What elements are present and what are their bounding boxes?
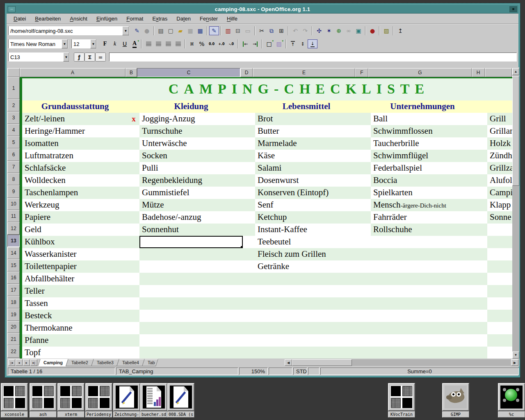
record-changes-button[interactable]: ●	[368, 26, 377, 35]
cell-C19[interactable]	[139, 310, 243, 322]
cell-D13[interactable]	[243, 236, 255, 248]
cell-F15[interactable]	[358, 260, 371, 273]
cell-G19[interactable]	[371, 310, 474, 322]
new-from-template-button[interactable]: ▤	[156, 26, 166, 35]
cell-A10[interactable]: Werkzeug	[22, 199, 128, 211]
cell-E22[interactable]	[255, 347, 358, 358]
cell-E6[interactable]: Käse	[255, 150, 358, 162]
cell-F21[interactable]	[358, 334, 371, 347]
cell-F18[interactable]	[358, 297, 371, 310]
cell-I3[interactable]: Grill	[487, 113, 512, 125]
borders-button[interactable]: □▾	[264, 39, 274, 48]
cell-I21[interactable]	[487, 334, 512, 347]
cell-I17[interactable]	[487, 285, 512, 297]
cell-C14[interactable]	[139, 248, 243, 260]
align-middle-button[interactable]: ↕	[298, 39, 308, 48]
column-header-G[interactable]: G	[368, 68, 472, 77]
cell-H14[interactable]	[474, 248, 487, 260]
cell-C21[interactable]	[139, 334, 243, 347]
cell-E5[interactable]: Marmelade	[255, 137, 358, 150]
cell-I8[interactable]: Alufol	[487, 174, 512, 187]
cell-A16[interactable]: Abfallbehälter	[22, 273, 128, 285]
cell-A8[interactable]: Wolldecken	[22, 174, 128, 187]
cell-H7[interactable]	[474, 162, 487, 174]
first-sheet-button[interactable]: |◂	[8, 359, 15, 366]
cell-C17[interactable]	[139, 285, 243, 297]
font-size-input[interactable]	[72, 39, 90, 48]
cell-C18[interactable]	[139, 297, 243, 310]
align-bottom-button[interactable]: ↓	[308, 39, 317, 48]
row-header-11[interactable]: 11	[7, 210, 20, 222]
scroll-up-button[interactable]: ▲	[512, 68, 519, 75]
cell-B4[interactable]	[128, 125, 139, 137]
cell-D6[interactable]	[243, 150, 255, 162]
cell-H18[interactable]	[474, 297, 487, 310]
cell-B22[interactable]	[128, 347, 139, 358]
cell-F11[interactable]	[358, 211, 371, 224]
row-header-21[interactable]: 21	[7, 333, 20, 345]
cell-G13[interactable]	[371, 236, 474, 248]
cell-E4[interactable]: Butter	[255, 125, 358, 137]
scroll-down-button[interactable]: ▼	[512, 352, 519, 358]
save-all-button[interactable]: ▦	[195, 26, 205, 35]
column-header-D[interactable]: D	[240, 68, 253, 77]
cell-B15[interactable]	[128, 260, 139, 273]
cell-I18[interactable]	[487, 297, 512, 310]
menu-bearbeiten[interactable]: Bearbeiten	[30, 14, 65, 23]
cell-A15[interactable]: Toilettenpapier	[22, 260, 128, 273]
cell-E11[interactable]: Ketchup	[255, 211, 358, 224]
hyperlink-button[interactable]: ⊕	[334, 26, 344, 35]
cell-F9[interactable]	[358, 187, 371, 199]
cell-B13[interactable]	[128, 236, 139, 248]
cell-F10[interactable]	[358, 199, 371, 211]
cell-C10[interactable]: Mütze	[139, 199, 243, 211]
align-left-button[interactable]	[144, 39, 153, 48]
cell-H6[interactable]	[474, 150, 487, 162]
cell-H11[interactable]	[474, 211, 487, 224]
sheet-tab-tabelle2[interactable]: Tabelle2	[66, 359, 94, 366]
cell-A22[interactable]: Topf	[22, 347, 128, 358]
cell-F8[interactable]	[358, 174, 371, 187]
cell-H15[interactable]	[474, 260, 487, 273]
cell-A21[interactable]: Pfanne	[22, 334, 128, 347]
align-center-button[interactable]	[153, 39, 163, 48]
paste-button[interactable]: ⊞	[276, 26, 286, 35]
cell-F19[interactable]	[358, 310, 371, 322]
previous-sheet-button[interactable]: ◂	[16, 359, 23, 366]
cell-A19[interactable]: Besteck	[22, 310, 128, 322]
cell-A9[interactable]: Taschenlampen	[22, 187, 128, 199]
align-right-button[interactable]	[163, 39, 173, 48]
cell-H13[interactable]	[474, 236, 487, 248]
cell-C12[interactable]: Sonnenhut	[139, 224, 243, 236]
cell-B18[interactable]	[128, 297, 139, 310]
cell-E13[interactable]: Teebeutel	[255, 236, 358, 248]
desktop-icon-buecher-sd[interactable]: buecher.sd	[140, 383, 167, 418]
row-header-10[interactable]: 10	[7, 198, 20, 210]
cell-G4[interactable]: Schwimmflossen	[371, 125, 474, 137]
cell-B3[interactable]: x	[128, 113, 139, 125]
cell-D7[interactable]	[243, 162, 255, 174]
row-header-7[interactable]: 7	[7, 161, 20, 173]
cell-D20[interactable]	[243, 322, 255, 334]
cell-H20[interactable]	[474, 322, 487, 334]
stylist-button[interactable]: ✶	[324, 26, 334, 35]
cell-F3[interactable]	[358, 113, 371, 125]
cell-H12[interactable]	[474, 224, 487, 236]
row-header-15[interactable]: 15	[7, 259, 20, 272]
cell-I11[interactable]: Sonne	[487, 211, 512, 224]
gallery-button[interactable]: ▨	[381, 26, 391, 35]
cell-G5[interactable]: Taucherbrille	[371, 137, 474, 150]
cell-H9[interactable]	[474, 187, 487, 199]
cell-I7[interactable]: Grillza	[487, 162, 512, 174]
cell-B9[interactable]	[128, 187, 139, 199]
cell-A4[interactable]: Heringe/Hammer	[22, 125, 128, 137]
column-header-H[interactable]: H	[472, 68, 485, 77]
hyperlink-edit-button[interactable]: ∞	[344, 26, 354, 35]
save-button[interactable]: ▦	[185, 26, 195, 35]
cell-D21[interactable]	[243, 334, 255, 347]
cell-B17[interactable]	[128, 285, 139, 297]
scroll-right-button[interactable]: ▶	[511, 359, 518, 366]
cell-A11[interactable]: Papiere	[22, 211, 128, 224]
cell-G18[interactable]	[371, 297, 474, 310]
cell-G8[interactable]: Boccia	[371, 174, 474, 187]
